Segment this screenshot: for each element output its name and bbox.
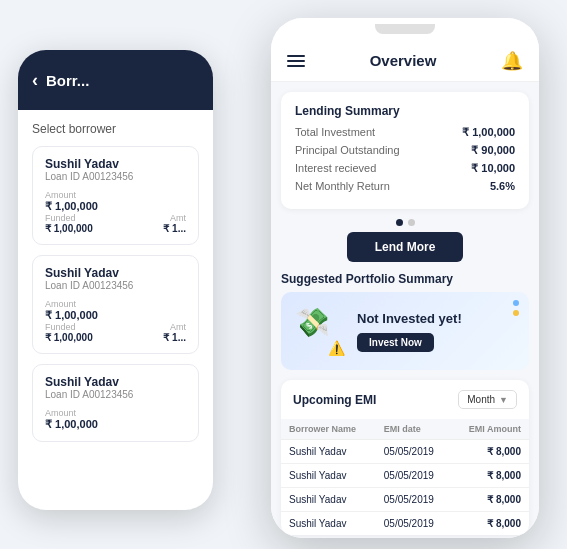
front-phone-content: Lending Summary Total Investment ₹ 1,00,… [271,82,539,538]
summary-val-1: ₹ 1,00,000 [462,126,515,139]
emi-table-head: Borrower Name EMI date EMI Amount [281,419,529,440]
portfolio-decoration [513,300,519,316]
emi-filter-dropdown[interactable]: Month ▼ [458,390,517,409]
phone-front: Overview 🔔 Lending Summary Total Investm… [271,18,539,538]
emi-title: Upcoming EMI [293,393,376,407]
deco-dot-blue [513,300,519,306]
invest-now-button[interactable]: Invest Now [357,333,434,352]
portfolio-text-area: Not Invested yet! Invest Now [357,311,515,352]
lending-summary-title: Lending Summary [295,104,515,118]
emi-borrower-1: Sushil Yadav [281,464,376,488]
amt-label-1: Amt [163,213,186,223]
front-phone-header: Overview 🔔 [271,40,539,82]
col-borrower-name: Borrower Name [281,419,376,440]
amount-label-1: Amount [45,190,186,200]
not-invested-text: Not Invested yet! [357,311,515,326]
emi-date-2: 05/05/2019 [376,488,451,512]
hamburger-line-2 [287,60,305,62]
notch-bar [271,18,539,40]
emi-date-3: 05/05/2019 [376,512,451,536]
emi-amount-0: ₹ 8,000 [451,440,529,464]
emi-row-2: Sushil Yadav 05/05/2019 ₹ 8,000 [281,488,529,512]
funded-label-2: Funded [45,322,93,332]
summary-val-3: ₹ 10,000 [471,162,515,175]
emi-row-1: Sushil Yadav 05/05/2019 ₹ 8,000 [281,464,529,488]
summary-key-4: Net Monthly Return [295,180,390,192]
portfolio-graphic: 💸 ⚠️ [295,306,345,356]
summary-row-2: Principal Outstanding ₹ 90,000 [295,144,515,157]
emi-section: Upcoming EMI Month ▼ Borrower Name EMI d… [281,380,529,535]
borrower-name-2: Sushil Yadav [45,266,186,280]
funded-row-1: Funded ₹ 1,00,000 Amt ₹ 1... [45,213,186,234]
carousel-dots [271,219,539,226]
funded-row-2: Funded ₹ 1,00,000 Amt ₹ 1... [45,322,186,343]
notch [375,24,435,34]
emi-borrower-0: Sushil Yadav [281,440,376,464]
lend-more-button[interactable]: Lend More [347,232,464,262]
summary-val-2: ₹ 90,000 [471,144,515,157]
deco-dot-yellow [513,310,519,316]
dot-1[interactable] [396,219,403,226]
summary-key-1: Total Investment [295,126,375,139]
back-phone-body: Select borrower Sushil Yadav Loan ID A00… [18,110,213,464]
funded-label-1: Funded [45,213,93,223]
borrower-amount-1: ₹ 1,00,000 [45,200,186,213]
funded-value-1: ₹ 1,00,000 [45,223,93,234]
amount-label-3: Amount [45,408,186,418]
borrower-card-2[interactable]: Sushil Yadav Loan ID A00123456 Amount ₹ … [32,255,199,354]
borrower-card-3[interactable]: Sushil Yadav Loan ID A00123456 Amount ₹ … [32,364,199,442]
borrower-loan-id-2: Loan ID A00123456 [45,280,186,291]
emi-amount-3: ₹ 8,000 [451,512,529,536]
summary-row-1: Total Investment ₹ 1,00,000 [295,126,515,139]
emi-date-1: 05/05/2019 [376,464,451,488]
money-bag-icon: 💸 [295,306,330,339]
emi-amount-1: ₹ 8,000 [451,464,529,488]
amt-value-1: ₹ 1... [163,223,186,234]
borrower-name-1: Sushil Yadav [45,157,186,171]
hamburger-line-3 [287,65,305,67]
lending-summary-card: Lending Summary Total Investment ₹ 1,00,… [281,92,529,209]
amount-label-2: Amount [45,299,186,309]
borrower-loan-id-3: Loan ID A00123456 [45,389,186,400]
portfolio-card: 💸 ⚠️ Not Invested yet! Invest Now [281,292,529,370]
chevron-down-icon: ▼ [499,395,508,405]
phone-back: ‹ Borr... Select borrower Sushil Yadav L… [18,50,213,510]
emi-borrower-2: Sushil Yadav [281,488,376,512]
borrower-amount-3: ₹ 1,00,000 [45,418,186,431]
hamburger-line-1 [287,55,305,57]
borrower-name-3: Sushil Yadav [45,375,186,389]
emi-date-0: 05/05/2019 [376,440,451,464]
emi-row-0: Sushil Yadav 05/05/2019 ₹ 8,000 [281,440,529,464]
emi-amount-2: ₹ 8,000 [451,488,529,512]
borrower-amount-2: ₹ 1,00,000 [45,309,186,322]
emi-row-3: Sushil Yadav 05/05/2019 ₹ 8,000 [281,512,529,536]
portfolio-section-title: Suggested Portfolio Summary [271,272,539,286]
emi-filter-label: Month [467,394,495,405]
emi-borrower-3: Sushil Yadav [281,512,376,536]
emi-table: Borrower Name EMI date EMI Amount Sushil… [281,419,529,535]
bell-icon[interactable]: 🔔 [501,50,523,72]
warning-icon: ⚠️ [328,340,345,356]
summary-key-3: Interest recieved [295,162,376,175]
borrower-card-1[interactable]: Sushil Yadav Loan ID A00123456 Amount ₹ … [32,146,199,245]
summary-row-4: Net Monthly Return 5.6% [295,180,515,192]
col-emi-date: EMI date [376,419,451,440]
amt-value-2: ₹ 1... [163,332,186,343]
emi-header-row: Borrower Name EMI date EMI Amount [281,419,529,440]
borrower-loan-id-1: Loan ID A00123456 [45,171,186,182]
dot-2[interactable] [408,219,415,226]
emi-header: Upcoming EMI Month ▼ [281,380,529,419]
summary-val-4: 5.6% [490,180,515,192]
overview-title: Overview [370,52,437,69]
emi-table-body: Sushil Yadav 05/05/2019 ₹ 8,000 Sushil Y… [281,440,529,536]
back-chevron-icon[interactable]: ‹ [32,70,38,91]
funded-value-2: ₹ 1,00,000 [45,332,93,343]
summary-key-2: Principal Outstanding [295,144,400,157]
hamburger-icon[interactable] [287,55,305,67]
col-emi-amount: EMI Amount [451,419,529,440]
back-phone-title: Borr... [46,72,89,89]
amt-label-2: Amt [163,322,186,332]
back-phone-header: ‹ Borr... [18,50,213,110]
summary-row-3: Interest recieved ₹ 10,000 [295,162,515,175]
select-borrower-label: Select borrower [32,122,199,136]
